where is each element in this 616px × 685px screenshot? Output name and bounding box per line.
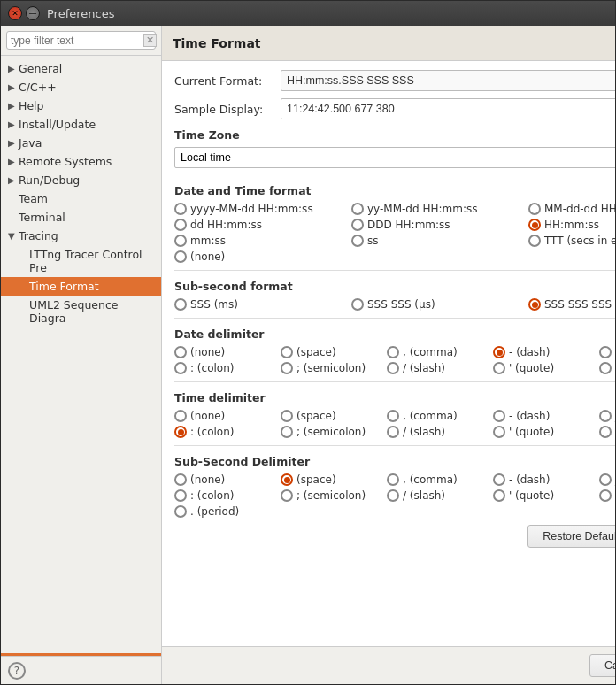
radio-td7[interactable] bbox=[281, 426, 293, 438]
radio-option-dd5[interactable]: _ (underline) bbox=[599, 346, 615, 358]
radio-option-dd7[interactable]: ; (semicolon) bbox=[281, 362, 387, 374]
radio-dt3[interactable] bbox=[528, 203, 541, 215]
close-button[interactable]: ✕ bbox=[8, 6, 22, 20]
radio-option-dt1[interactable]: yyyy-MM-dd HH:mm:ss bbox=[174, 203, 351, 215]
sidebar-item-help[interactable]: ▶ Help bbox=[1, 96, 161, 115]
radio-option-td2[interactable]: (space) bbox=[281, 410, 387, 422]
radio-option-dd6[interactable]: : (colon) bbox=[174, 362, 281, 374]
radio-option-sd11[interactable]: . (period) bbox=[174, 505, 615, 518]
sidebar-item-general[interactable]: ▶ General bbox=[1, 59, 161, 78]
radio-td1[interactable] bbox=[174, 410, 187, 422]
radio-option-dt5[interactable]: DDD HH:mm:ss bbox=[351, 219, 528, 231]
radio-option-dt4[interactable]: dd HH:mm:ss bbox=[174, 219, 351, 231]
radio-td6[interactable] bbox=[174, 426, 187, 438]
sidebar-item-tracing[interactable]: ▼ Tracing bbox=[1, 227, 161, 245]
radio-td2[interactable] bbox=[281, 410, 293, 422]
radio-option-td5[interactable]: _ (underline) bbox=[599, 410, 615, 422]
radio-option-dt6[interactable]: HH:mm:ss bbox=[528, 219, 615, 231]
sidebar-item-terminal[interactable]: ▶ Terminal bbox=[1, 208, 161, 227]
radio-dt2[interactable] bbox=[351, 203, 364, 215]
radio-option-dt7[interactable]: mm:ss bbox=[174, 235, 351, 247]
radio-option-ss1[interactable]: SSS (ms) bbox=[174, 298, 351, 311]
radio-option-dd9[interactable]: ' (quote) bbox=[493, 362, 599, 374]
sidebar-item-java[interactable]: ▶ Java bbox=[1, 134, 161, 152]
radio-td5[interactable] bbox=[599, 410, 612, 422]
filter-clear-button[interactable]: ✕ bbox=[143, 34, 157, 47]
radio-option-sd8[interactable]: / (slash) bbox=[387, 489, 493, 502]
radio-option-dd10[interactable]: " (dbl-quote) bbox=[599, 362, 615, 374]
radio-option-td7[interactable]: ; (semicolon) bbox=[281, 426, 387, 438]
radio-option-td8[interactable]: / (slash) bbox=[387, 426, 493, 438]
sidebar-item-cpp[interactable]: ▶ C/C++ bbox=[1, 78, 161, 96]
cancel-button[interactable]: Cancel bbox=[589, 654, 615, 677]
radio-td4[interactable] bbox=[493, 410, 505, 422]
sidebar-item-lttng[interactable]: ▶ LTTng Tracer Control Pre bbox=[1, 245, 161, 277]
radio-option-dd4[interactable]: - (dash) bbox=[493, 346, 599, 358]
radio-option-td10[interactable]: " (dbl-quote) bbox=[599, 426, 615, 438]
radio-sd8[interactable] bbox=[387, 489, 399, 502]
radio-option-dt10[interactable]: (none) bbox=[174, 250, 615, 263]
radio-dd4[interactable] bbox=[493, 346, 505, 358]
radio-option-td9[interactable]: ' (quote) bbox=[493, 426, 599, 438]
radio-option-td1[interactable]: (none) bbox=[174, 410, 281, 422]
sidebar-item-time-format[interactable]: ▶ Time Format bbox=[1, 277, 161, 296]
radio-option-dt8[interactable]: ss bbox=[351, 235, 528, 247]
radio-dd8[interactable] bbox=[387, 362, 399, 374]
radio-sd11[interactable] bbox=[174, 505, 187, 518]
radio-dd1[interactable] bbox=[174, 346, 187, 358]
radio-sd5[interactable] bbox=[599, 473, 612, 486]
radio-option-dt2[interactable]: yy-MM-dd HH:mm:ss bbox=[351, 203, 528, 215]
radio-option-sd6[interactable]: : (colon) bbox=[174, 489, 281, 502]
radio-dt4[interactable] bbox=[174, 219, 187, 231]
radio-option-sd7[interactable]: ; (semicolon) bbox=[281, 489, 387, 502]
radio-dd3[interactable] bbox=[387, 346, 399, 358]
radio-dd10[interactable] bbox=[599, 362, 612, 374]
radio-dt1[interactable] bbox=[174, 203, 187, 215]
radio-sd7[interactable] bbox=[281, 489, 293, 502]
radio-option-sd5[interactable]: _ (underline) bbox=[599, 473, 615, 486]
radio-option-td6[interactable]: : (colon) bbox=[174, 426, 281, 438]
radio-option-td4[interactable]: - (dash) bbox=[493, 410, 599, 422]
sample-display-input[interactable] bbox=[281, 98, 615, 119]
radio-option-dt9[interactable]: TTT (secs in epoch) bbox=[528, 235, 615, 247]
radio-option-sd10[interactable]: " (dbl-quote) bbox=[599, 489, 615, 502]
radio-sd6[interactable] bbox=[174, 489, 187, 502]
radio-dd2[interactable] bbox=[281, 346, 293, 358]
radio-td8[interactable] bbox=[387, 426, 399, 438]
radio-td3[interactable] bbox=[387, 410, 399, 422]
radio-dt9[interactable] bbox=[528, 235, 541, 247]
radio-sd10[interactable] bbox=[599, 489, 612, 502]
filter-input[interactable] bbox=[11, 35, 143, 47]
radio-option-dd8[interactable]: / (slash) bbox=[387, 362, 493, 374]
radio-dd6[interactable] bbox=[174, 362, 187, 374]
radio-ss1[interactable] bbox=[174, 298, 187, 311]
radio-dt5[interactable] bbox=[351, 219, 364, 231]
restore-defaults-button[interactable]: Restore Defaults bbox=[527, 525, 615, 548]
radio-sd1[interactable] bbox=[174, 473, 187, 486]
radio-dd5[interactable] bbox=[599, 346, 612, 358]
radio-option-dt3[interactable]: MM-dd-dd HH:mm:ss bbox=[528, 203, 615, 215]
radio-sd4[interactable] bbox=[493, 473, 505, 486]
radio-sd3[interactable] bbox=[387, 473, 399, 486]
radio-ss2[interactable] bbox=[351, 298, 364, 311]
radio-option-td3[interactable]: , (comma) bbox=[387, 410, 493, 422]
radio-dd9[interactable] bbox=[493, 362, 505, 374]
sidebar-item-install-update[interactable]: ▶ Install/Update bbox=[1, 115, 161, 134]
minimize-button[interactable]: — bbox=[26, 6, 40, 20]
radio-option-sd1[interactable]: (none) bbox=[174, 473, 281, 486]
radio-option-sd2[interactable]: (space) bbox=[281, 473, 387, 486]
radio-td10[interactable] bbox=[599, 426, 612, 438]
sidebar-item-run-debug[interactable]: ▶ Run/Debug bbox=[1, 171, 161, 189]
radio-dt8[interactable] bbox=[351, 235, 364, 247]
radio-option-dd1[interactable]: (none) bbox=[174, 346, 281, 358]
help-button[interactable]: ? bbox=[8, 662, 26, 680]
radio-option-sd9[interactable]: ' (quote) bbox=[493, 489, 599, 502]
radio-option-ss2[interactable]: SSS SSS (μs) bbox=[351, 298, 528, 311]
radio-option-sd3[interactable]: , (comma) bbox=[387, 473, 493, 486]
radio-td9[interactable] bbox=[493, 426, 505, 438]
sidebar-item-remote-systems[interactable]: ▶ Remote Systems bbox=[1, 152, 161, 171]
radio-dd7[interactable] bbox=[281, 362, 293, 374]
radio-option-dd2[interactable]: (space) bbox=[281, 346, 387, 358]
radio-sd2[interactable] bbox=[281, 473, 293, 486]
radio-dt7[interactable] bbox=[174, 235, 187, 247]
